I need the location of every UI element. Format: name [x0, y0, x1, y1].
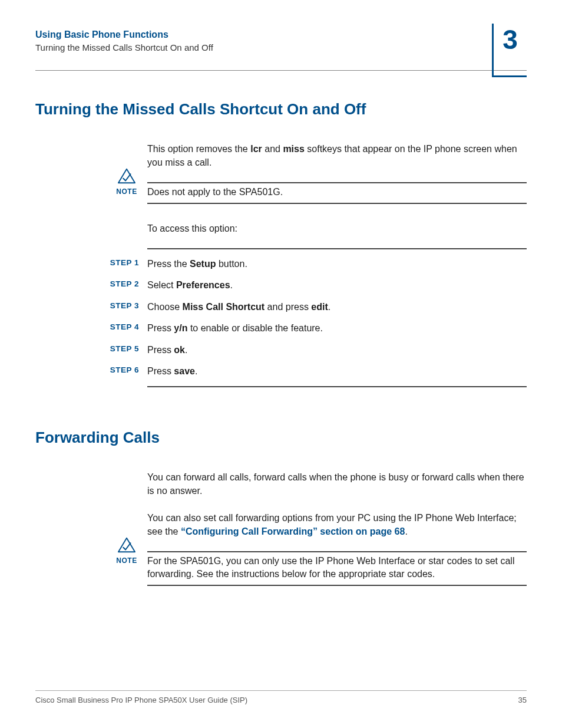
- note-label: NOTE: [116, 187, 137, 196]
- step-bold: ok: [174, 345, 185, 355]
- svg-marker-1: [118, 538, 135, 552]
- intro-paragraph: This option removes the lcr and miss sof…: [147, 142, 527, 169]
- note-block: NOTE Does not apply to the SPA501G.: [113, 182, 527, 203]
- text-fragment: and: [262, 144, 283, 154]
- text-fragment: This option removes the: [147, 144, 250, 154]
- steps-list: STEP 1 Press the Setup button. STEP 2 Se…: [105, 248, 527, 387]
- step-bold: save: [174, 366, 195, 376]
- step-row: STEP 2 Select Preferences.: [105, 279, 527, 292]
- note-icon: [113, 537, 140, 554]
- step-text: Press y/n to enable or disable the featu…: [147, 322, 323, 335]
- link-configuring-call-forwarding[interactable]: “Configuring Call Forwarding” section on…: [181, 526, 405, 536]
- header-title: Using Basic Phone Functions: [35, 29, 527, 40]
- step-bold: y/n: [174, 323, 187, 333]
- step-bold: Miss Call Shortcut: [183, 302, 265, 312]
- footer-doc-title: Cisco Small Business Pro IP Phone SPA50X…: [35, 696, 247, 704]
- text-fragment: Press: [147, 366, 174, 376]
- step-bold: edit: [311, 302, 328, 312]
- step-label: STEP 3: [105, 301, 139, 310]
- text-fragment: to enable or disable the feature.: [187, 323, 323, 333]
- chapter-box: 3: [492, 24, 527, 77]
- note-text: Does not apply to the SPA501G.: [147, 186, 527, 199]
- text-fragment: Press: [147, 323, 174, 333]
- section-heading-missed-calls: Turning the Missed Calls Shortcut On and…: [35, 100, 527, 118]
- step-text: Press the Setup button.: [147, 258, 247, 271]
- svg-marker-0: [118, 169, 135, 183]
- step-bold: Setup: [190, 259, 216, 269]
- step-text: Press ok.: [147, 344, 187, 357]
- text-fragment: .: [405, 526, 407, 536]
- step-row: STEP 5 Press ok.: [105, 344, 527, 357]
- step-label: STEP 4: [105, 322, 139, 331]
- text-fragment: Press the: [147, 259, 190, 269]
- softkey-miss: miss: [283, 144, 304, 154]
- step-row: STEP 4 Press y/n to enable or disable th…: [105, 322, 527, 335]
- step-bold: Preferences: [176, 280, 230, 290]
- text-fragment: button.: [216, 259, 247, 269]
- step-row: STEP 6 Press save.: [105, 365, 527, 378]
- note-block: NOTE For the SPA501G, you can only use t…: [113, 551, 527, 586]
- chapter-number: 3: [494, 24, 527, 53]
- note-text: For the SPA501G, you can only use the IP…: [147, 555, 527, 581]
- access-intro: To access this option:: [147, 222, 527, 235]
- forwarding-p2: You can also set call forwarding options…: [147, 511, 527, 538]
- page-header: Using Basic Phone Functions Turning the …: [35, 29, 527, 71]
- text-fragment: .: [195, 366, 197, 376]
- step-label: STEP 2: [105, 279, 139, 288]
- step-label: STEP 6: [105, 365, 139, 374]
- header-subtitle: Turning the Missed Calls Shortcut On and…: [35, 42, 527, 52]
- footer-page-number: 35: [518, 696, 527, 704]
- note-label: NOTE: [116, 556, 137, 565]
- note-icon: [113, 168, 140, 185]
- step-row: STEP 1 Press the Setup button.: [105, 258, 527, 271]
- text-fragment: Choose: [147, 302, 183, 312]
- step-label: STEP 1: [105, 258, 139, 267]
- forwarding-p1: You can forward all calls, forward calls…: [147, 470, 527, 498]
- step-row: STEP 3 Choose Miss Call Shortcut and pre…: [105, 301, 527, 314]
- step-label: STEP 5: [105, 344, 139, 353]
- text-fragment: .: [230, 280, 233, 290]
- softkey-lcr: lcr: [250, 144, 262, 154]
- page-footer: Cisco Small Business Pro IP Phone SPA50X…: [35, 690, 527, 704]
- text-fragment: and press: [265, 302, 311, 312]
- text-fragment: Press: [147, 345, 174, 355]
- step-text: Press save.: [147, 365, 197, 378]
- step-text: Select Preferences.: [147, 279, 233, 292]
- step-text: Choose Miss Call Shortcut and press edit…: [147, 301, 330, 314]
- text-fragment: .: [185, 345, 187, 355]
- text-fragment: .: [328, 302, 330, 312]
- text-fragment: Select: [147, 280, 176, 290]
- section-heading-forwarding-calls: Forwarding Calls: [35, 429, 527, 447]
